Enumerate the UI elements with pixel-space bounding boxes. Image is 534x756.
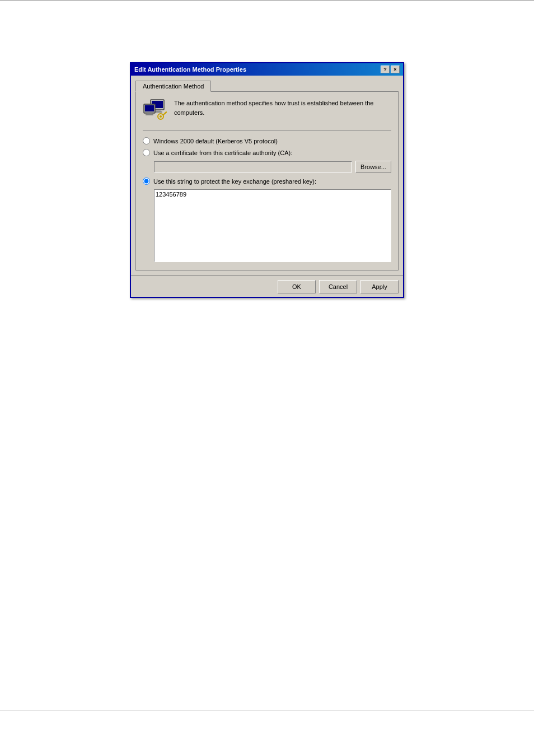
bottom-rule: [0, 711, 534, 711]
svg-rect-6: [147, 113, 152, 114]
tab-area: Authentication Method: [135, 80, 399, 91]
radio-kerberos-label: Windows 2000 default (Kerberos V5 protoc…: [153, 138, 278, 144]
radio-kerberos[interactable]: [143, 137, 150, 144]
radio-preshared[interactable]: [143, 178, 150, 185]
computers-key-svg: [143, 99, 167, 123]
button-row: OK Cancel Apply: [131, 275, 403, 297]
cancel-button[interactable]: Cancel: [319, 280, 357, 293]
tab-content: The authentication method specifies how …: [135, 91, 399, 270]
titlebar-buttons: ? ×: [381, 66, 400, 73]
radio-section: Windows 2000 default (Kerberos V5 protoc…: [143, 137, 391, 263]
info-area: The authentication method specifies how …: [143, 99, 391, 130]
dialog-content: Authentication Method: [131, 76, 403, 275]
radio-certificate-label: Use a certificate from this certificate …: [153, 150, 292, 156]
auth-method-icon: [143, 99, 167, 123]
radio-certificate[interactable]: [143, 149, 150, 156]
dialog: Edit Authentication Method Properties ? …: [130, 62, 404, 298]
tab-authentication-method[interactable]: Authentication Method: [135, 81, 211, 92]
radio-preshared-label: Use this string to protect the key excha…: [153, 178, 316, 185]
dialog-title: Edit Authentication Method Properties: [134, 66, 381, 73]
preshared-textarea-wrapper: 123456789: [154, 189, 391, 263]
svg-rect-5: [145, 105, 154, 111]
preshared-key-textarea[interactable]: 123456789: [154, 189, 391, 262]
dialog-titlebar: Edit Authentication Method Properties ? …: [131, 63, 403, 76]
radio-option-certificate: Use a certificate from this certificate …: [143, 149, 391, 156]
apply-button[interactable]: Apply: [360, 280, 399, 293]
svg-line-10: [163, 112, 166, 115]
top-rule: [0, 0, 534, 1]
page-wrapper: Edit Authentication Method Properties ? …: [0, 0, 534, 756]
radio-option-kerberos: Windows 2000 default (Kerberos V5 protoc…: [143, 137, 391, 144]
svg-rect-7: [146, 114, 153, 115]
certificate-row: Browse...: [154, 161, 391, 173]
browse-button[interactable]: Browse...: [355, 161, 391, 173]
ok-button[interactable]: OK: [278, 280, 316, 293]
info-text: The authentication method specifies how …: [174, 99, 391, 117]
svg-point-9: [160, 115, 162, 118]
certificate-input[interactable]: [154, 161, 352, 172]
help-button[interactable]: ?: [381, 66, 390, 73]
radio-option-preshared: Use this string to protect the key excha…: [143, 178, 391, 185]
close-button[interactable]: ×: [391, 66, 400, 73]
dialog-container: Edit Authentication Method Properties ? …: [130, 62, 404, 298]
